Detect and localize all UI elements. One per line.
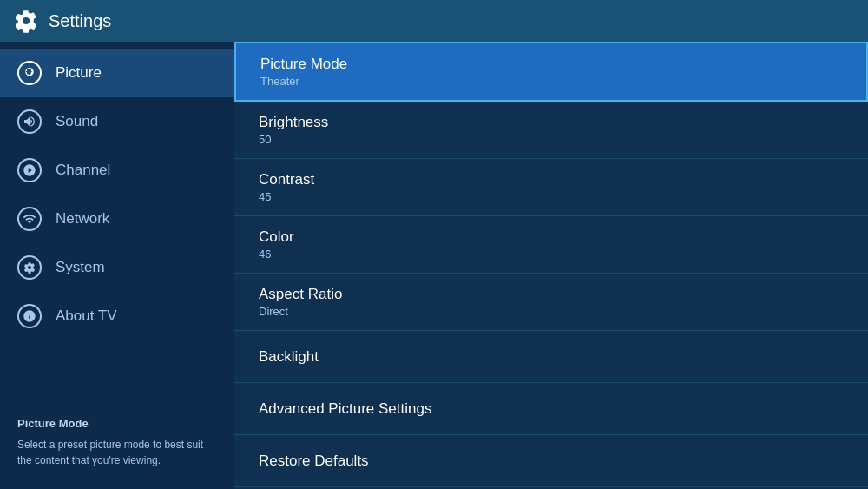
sidebar-item-sound[interactable]: Sound [0,97,234,146]
setting-label-color: Color [259,228,844,246]
settings-icon [14,9,38,33]
sidebar-label-system: System [56,259,105,276]
main-layout: Picture Sound Channel [0,42,868,489]
sidebar-label-about-tv: About TV [56,307,117,325]
setting-brightness[interactable]: Brightness 50 [234,102,868,159]
sidebar-info-text: Select a preset picture mode to best sui… [17,437,217,468]
setting-value-brightness: 50 [259,133,844,146]
network-icon [17,207,42,231]
sidebar-item-about-tv[interactable]: About TV [0,292,234,340]
setting-contrast[interactable]: Contrast 45 [234,159,868,216]
sidebar-label-network: Network [56,210,109,228]
setting-color[interactable]: Color 46 [234,216,868,274]
picture-icon [17,61,42,85]
sidebar-item-channel[interactable]: Channel [0,146,234,195]
setting-value-contrast: 45 [259,190,844,203]
sidebar-label-channel: Channel [56,162,110,179]
sound-icon [17,109,42,134]
setting-label-picture-mode: Picture Mode [260,56,842,73]
sidebar-item-network[interactable]: Network [0,195,234,243]
setting-aspect-ratio[interactable]: Aspect Ratio Direct [234,274,868,331]
content-panel: Picture Mode Theater Brightness 50 Contr… [234,42,868,489]
sidebar-label-picture: Picture [56,64,102,82]
setting-label-contrast: Contrast [259,171,844,188]
sidebar-info: Picture Mode Select a preset picture mod… [0,401,234,483]
setting-label-backlight: Backlight [259,348,319,366]
about-tv-icon [17,304,42,328]
setting-advanced-picture[interactable]: Advanced Picture Settings [234,383,868,435]
setting-value-picture-mode: Theater [260,75,842,88]
setting-restore-defaults[interactable]: Restore Defaults [234,435,868,487]
channel-icon [17,158,42,182]
sidebar-item-system[interactable]: System [0,243,234,292]
setting-label-advanced-picture: Advanced Picture Settings [259,400,431,418]
header-title: Settings [49,11,111,31]
setting-picture-mode[interactable]: Picture Mode Theater [234,42,868,102]
setting-value-aspect-ratio: Direct [259,305,844,318]
sidebar-label-sound: Sound [56,113,98,130]
setting-value-color: 46 [259,248,844,261]
sidebar-info-title: Picture Mode [17,415,217,433]
header: Settings [0,0,868,42]
sidebar-item-picture[interactable]: Picture [0,49,234,97]
setting-backlight[interactable]: Backlight [234,331,868,383]
setting-label-brightness: Brightness [259,114,844,131]
setting-label-aspect-ratio: Aspect Ratio [259,286,844,303]
system-icon [17,255,42,280]
sidebar: Picture Sound Channel [0,42,234,489]
setting-label-restore-defaults: Restore Defaults [259,453,369,470]
